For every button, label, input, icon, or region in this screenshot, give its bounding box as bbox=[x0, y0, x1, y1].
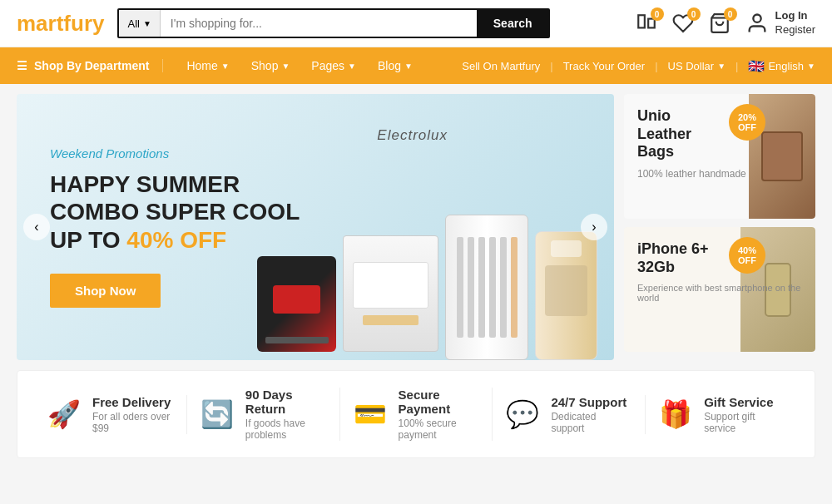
iphone-badge: 40% OFF bbox=[729, 237, 765, 274]
bags-badge: 20% OFF bbox=[729, 104, 765, 141]
register-label: Register bbox=[775, 23, 815, 37]
card-bags-title: Unio Leather Bags bbox=[637, 107, 802, 161]
cart-icon-wrap[interactable]: 0 bbox=[709, 12, 730, 34]
header-icons: 0 0 0 Log In Register bbox=[636, 9, 815, 37]
feature-support-title: 24/7 Support bbox=[551, 395, 631, 409]
nav-divider: | bbox=[735, 60, 738, 72]
feature-secure-payment: 💳 Secure Payment 100% secure payment bbox=[340, 388, 493, 441]
logo-mart: mart bbox=[17, 11, 63, 36]
feature-gift-desc: Support gift service bbox=[704, 411, 785, 434]
feature-gift-title: Gift Service bbox=[704, 395, 785, 409]
gift-icon: 🎁 bbox=[659, 398, 692, 430]
feature-return-desc: If goods have problems bbox=[245, 418, 326, 441]
hero-left-content: Weekend Promotions HAPPY SUMMER COMBO SU… bbox=[17, 113, 333, 342]
feature-delivery-text: Free Delivery For all oders over $99 bbox=[92, 395, 173, 434]
hamburger-icon: ☰ bbox=[17, 59, 27, 72]
rocket-icon: 🚀 bbox=[47, 398, 81, 430]
currency-selector[interactable]: US Dollar ▼ bbox=[668, 60, 726, 72]
nav-item-shop[interactable]: Shop ▼ bbox=[241, 47, 300, 84]
chevron-down-icon: ▼ bbox=[348, 62, 356, 71]
support-icon: 💬 bbox=[506, 398, 539, 430]
sell-on-martfury-link[interactable]: Sell On Martfury bbox=[462, 60, 540, 72]
navbar: ☰ Shop By Department Home ▼ Shop ▼ Pages… bbox=[0, 47, 832, 84]
logo-fury: fury bbox=[63, 11, 104, 36]
wishlist-badge: 0 bbox=[687, 7, 701, 21]
feature-support-text: 24/7 Support Dedicated support bbox=[551, 395, 631, 434]
search-bar: All ▼ Search bbox=[117, 8, 550, 38]
feature-support-desc: Dedicated support bbox=[551, 411, 631, 434]
hero-title-line2: COMBO SUPER COOL bbox=[50, 198, 300, 226]
login-label: Log In bbox=[775, 9, 815, 23]
chevron-down-icon: ▼ bbox=[221, 62, 230, 71]
hero-banner: ‹ Weekend Promotions HAPPY SUMMER COMBO … bbox=[17, 94, 614, 360]
logo[interactable]: martfury bbox=[17, 11, 104, 37]
chevron-down-icon: ▼ bbox=[717, 62, 726, 71]
search-category-dropdown[interactable]: All ▼ bbox=[119, 10, 160, 37]
feature-gift: 🎁 Gift Service Support gift service bbox=[646, 395, 798, 434]
svg-rect-0 bbox=[638, 15, 645, 27]
compare-icon-wrap[interactable]: 0 bbox=[636, 12, 657, 34]
wishlist-icon-wrap[interactable]: 0 bbox=[672, 12, 694, 34]
feature-delivery-desc: For all oders over $99 bbox=[92, 411, 173, 434]
card-bags-sub: 100% leather handmade bbox=[637, 168, 802, 180]
feature-free-delivery: 🚀 Free Delivery For all oders over $99 bbox=[34, 395, 187, 434]
hero-title: HAPPY SUMMER COMBO SUPER COOL UP TO 40% … bbox=[50, 170, 300, 254]
nav-item-pages[interactable]: Pages ▼ bbox=[301, 47, 366, 84]
nav-links: Home ▼ Shop ▼ Pages ▼ Blog ▼ bbox=[163, 47, 462, 84]
feature-gift-text: Gift Service Support gift service bbox=[704, 395, 785, 434]
chevron-down-icon: ▼ bbox=[143, 19, 151, 28]
hero-title-line3: UP TO 40% OFF bbox=[50, 226, 300, 254]
promo-card-iphone[interactable]: iPhone 6+ 32Gb Experience with best smar… bbox=[624, 227, 815, 352]
shop-dept-label: Shop By Department bbox=[34, 59, 149, 72]
nav-right: Sell On Martfury | Track Your Order | US… bbox=[462, 58, 815, 74]
product-heater-tall bbox=[535, 231, 597, 360]
feature-support: 💬 24/7 Support Dedicated support bbox=[493, 395, 646, 434]
product-heater-mid bbox=[343, 235, 438, 352]
search-button[interactable]: Search bbox=[477, 10, 549, 37]
nav-divider: | bbox=[655, 60, 657, 72]
chevron-down-icon: ▼ bbox=[281, 62, 290, 71]
login-text: Log In Register bbox=[775, 9, 815, 37]
feature-delivery-title: Free Delivery bbox=[92, 395, 173, 409]
feature-return-title: 90 Days Return bbox=[245, 388, 326, 416]
hero-highlight: 40% OFF bbox=[126, 227, 226, 253]
feature-payment-text: Secure Payment 100% secure payment bbox=[399, 388, 479, 441]
shop-now-button[interactable]: Shop Now bbox=[50, 274, 161, 308]
login-area[interactable]: Log In Register bbox=[745, 9, 815, 37]
sidebar-banners: Unio Leather Bags 100% leather handmade … bbox=[624, 94, 815, 360]
payment-icon: 💳 bbox=[354, 398, 387, 430]
feature-return-text: 90 Days Return If goods have problems bbox=[245, 388, 326, 441]
feature-return: 🔄 90 Days Return If goods have problems bbox=[187, 388, 340, 441]
hero-prev-button[interactable]: ‹ bbox=[23, 214, 50, 240]
main-content: ‹ Weekend Promotions HAPPY SUMMER COMBO … bbox=[0, 84, 832, 370]
flag-icon: 🇬🇧 bbox=[748, 58, 765, 74]
chevron-down-icon: ▼ bbox=[807, 62, 815, 71]
svg-point-3 bbox=[753, 15, 760, 22]
feature-payment-desc: 100% secure payment bbox=[399, 418, 479, 441]
shop-by-department[interactable]: ☰ Shop By Department bbox=[17, 59, 163, 72]
language-selector[interactable]: 🇬🇧 English ▼ bbox=[748, 58, 815, 74]
card-iphone-title: iPhone 6+ 32Gb bbox=[637, 240, 802, 276]
nav-item-blog[interactable]: Blog ▼ bbox=[368, 47, 423, 84]
search-input[interactable] bbox=[161, 10, 477, 37]
hero-title-line1: HAPPY SUMMER bbox=[50, 170, 300, 199]
svg-rect-1 bbox=[648, 19, 655, 28]
feature-payment-title: Secure Payment bbox=[399, 388, 479, 416]
cart-badge: 0 bbox=[724, 7, 737, 21]
hero-next-button[interactable]: › bbox=[581, 214, 607, 240]
promo-card-bags[interactable]: Unio Leather Bags 100% leather handmade … bbox=[624, 94, 815, 219]
return-icon: 🔄 bbox=[201, 398, 234, 430]
track-order-link[interactable]: Track Your Order bbox=[563, 60, 646, 72]
chevron-down-icon: ▼ bbox=[404, 62, 413, 71]
product-radiator bbox=[445, 215, 528, 360]
feature-bar: 🚀 Free Delivery For all oders over $99 🔄… bbox=[17, 370, 815, 458]
header: martfury All ▼ Search 0 0 0 Log In Regis… bbox=[0, 0, 832, 47]
card-iphone-sub: Experience with best smartphone on the w… bbox=[637, 283, 802, 303]
nav-divider: | bbox=[550, 60, 552, 72]
compare-badge: 0 bbox=[651, 7, 664, 21]
nav-item-home[interactable]: Home ▼ bbox=[176, 47, 239, 84]
promo-label: Weekend Promotions bbox=[50, 146, 300, 161]
user-icon bbox=[745, 12, 769, 35]
